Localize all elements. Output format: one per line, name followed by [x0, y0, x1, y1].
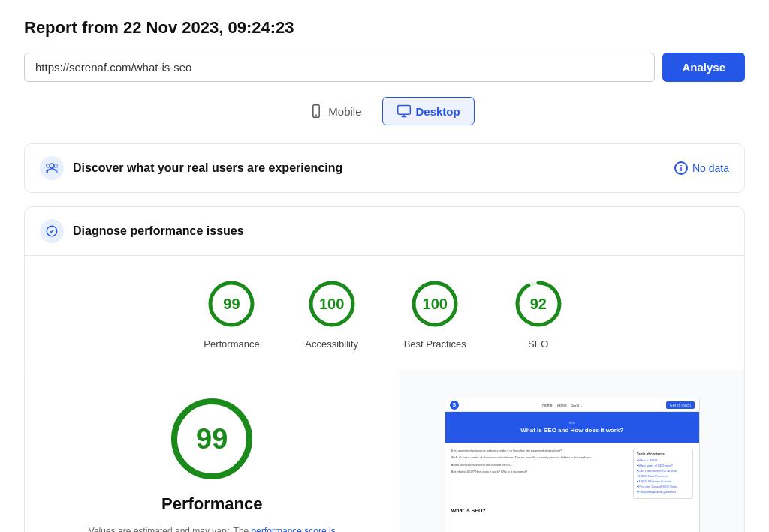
real-users-label: Discover what your real users are experi… — [73, 161, 342, 175]
desktop-device-button[interactable]: Desktop — [382, 97, 475, 125]
page-title: Report from 22 Nov 2023, 09:24:23 — [24, 18, 745, 38]
preview-hero: SEO What is SEO and How does it work? — [445, 412, 699, 443]
diagnose-icon — [40, 219, 64, 243]
svg-rect-2 — [397, 106, 410, 115]
desktop-label: Desktop — [416, 105, 460, 118]
preview-body: Ever wondered why some websites make it … — [445, 443, 699, 505]
no-data-badge: i No data — [674, 161, 729, 175]
detail-right: S Home About SEO ↓ Get in Touch SEO What… — [400, 371, 745, 532]
score-item-accessibility[interactable]: 100 Accessibility — [305, 277, 359, 350]
preview-nav-links: Home About SEO ↓ — [542, 403, 582, 407]
preview-toc: Table of contents • What is SEO? • What … — [633, 449, 693, 499]
score-number: 92 — [530, 296, 547, 313]
real-users-icon — [40, 156, 64, 180]
toc-item: • 4 SEO Mistakes to Avoid — [637, 479, 689, 483]
preview-toc-title: Table of contents — [637, 452, 689, 456]
nav-link-home: Home — [542, 403, 552, 407]
preview-nav: S Home About SEO ↓ Get in Touch — [445, 398, 699, 412]
score-item-best-practices[interactable]: 100 Best Practices — [404, 277, 466, 350]
toc-item: • Can I start with SEO: At least — [637, 469, 689, 473]
score-circle: 100 — [408, 277, 462, 331]
preview-hero-title: What is SEO and How does it work? — [453, 427, 692, 434]
real-users-section: Discover what your real users are experi… — [24, 143, 745, 193]
website-preview: S Home About SEO ↓ Get in Touch SEO What… — [445, 398, 700, 532]
score-note: Values are estimated and may vary. The p… — [77, 524, 347, 532]
big-score-label: Performance — [161, 494, 263, 514]
score-label: Accessibility — [305, 338, 358, 350]
nav-link-seo: SEO ↓ — [571, 403, 582, 407]
score-label: Performance — [204, 338, 259, 350]
preview-hero-eyebrow: SEO — [453, 421, 692, 425]
score-label: SEO — [528, 338, 548, 350]
svg-point-7 — [54, 164, 58, 168]
toc-item: • What types of SEO exist? — [637, 464, 689, 467]
detail-section: 99 Performance Values are estimated and … — [25, 371, 744, 532]
score-item-performance[interactable]: 99 Performance — [204, 277, 259, 350]
score-number: 99 — [223, 296, 240, 313]
diagnose-header: Diagnose performance issues — [25, 207, 744, 256]
big-score-circle: 99 — [167, 394, 257, 484]
toc-item: • Frequently Asked Questions — [637, 490, 689, 494]
preview-body-text: Ever wondered why some websites make it … — [451, 449, 627, 499]
no-data-icon: i — [674, 161, 688, 175]
score-label: Best Practices — [404, 338, 466, 350]
score-circle: 92 — [511, 277, 565, 331]
url-bar-row: Analyse — [24, 53, 745, 82]
device-toggle: Mobile Desktop — [24, 97, 745, 125]
mobile-device-button[interactable]: Mobile — [294, 97, 375, 125]
preview-nav-logo: S — [450, 401, 459, 410]
score-circle: 100 — [305, 277, 359, 331]
big-score-number: 99 — [196, 423, 228, 455]
preview-nav-btn: Get in Touch — [666, 401, 695, 409]
score-number: 100 — [319, 296, 344, 313]
real-users-left: Discover what your real users are experi… — [40, 156, 342, 180]
toc-item: • 5 SEO Best Practices — [637, 474, 689, 478]
no-data-label: No data — [692, 162, 729, 174]
svg-point-6 — [47, 164, 50, 168]
svg-point-5 — [50, 164, 54, 168]
desktop-icon — [397, 104, 412, 119]
score-number: 100 — [423, 296, 448, 313]
diagnose-label: Diagnose performance issues — [73, 224, 244, 238]
mobile-icon — [309, 104, 324, 119]
detail-left: 99 Performance Values are estimated and … — [25, 371, 400, 532]
scores-row: 99 Performance 100 Accessibility 100 Bes… — [25, 256, 744, 371]
mobile-label: Mobile — [328, 105, 361, 118]
analyse-button[interactable]: Analyse — [662, 53, 745, 82]
preview-footer-heading: What is SEO? — [445, 505, 699, 516]
url-input[interactable] — [24, 53, 655, 82]
toc-item: • What is SEO? — [637, 458, 689, 462]
toc-item: • Pros and Cons of SEO Tools — [637, 485, 689, 488]
nav-link-about: About — [557, 403, 567, 407]
score-item-seo[interactable]: 92 SEO — [511, 277, 565, 350]
diagnose-section: Diagnose performance issues 99 Performan… — [24, 206, 745, 532]
score-circle: 99 — [204, 277, 258, 331]
